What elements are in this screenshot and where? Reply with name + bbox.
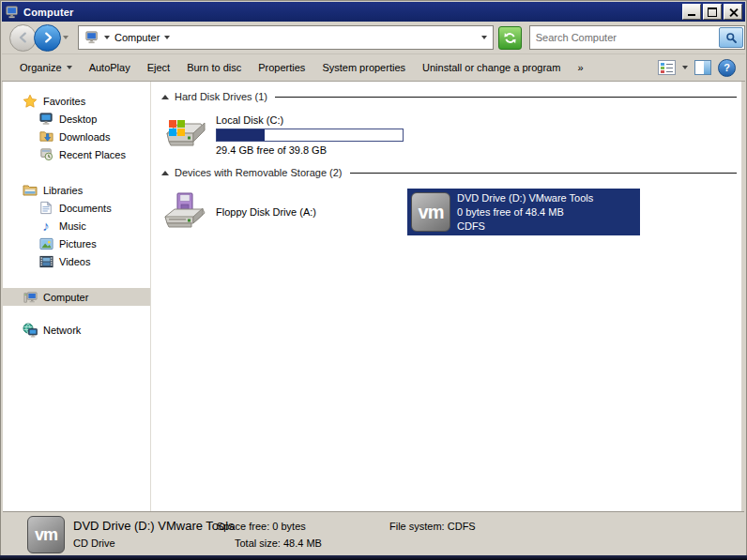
search-icon: [725, 32, 738, 44]
refresh-button[interactable]: [498, 26, 521, 50]
sidebar-label: Music: [59, 220, 86, 232]
sidebar-label: Libraries: [43, 185, 83, 196]
group-header-removable[interactable]: Devices with Removable Storage (2): [161, 167, 739, 178]
group-header-rule: [275, 97, 737, 98]
address-segment[interactable]: Computer: [114, 32, 160, 43]
preview-pane-icon[interactable]: [694, 60, 711, 75]
window-bottom-edge: [0, 555, 747, 560]
search-box[interactable]: [529, 25, 745, 50]
sidebar-label: Downloads: [59, 131, 110, 143]
eject-button[interactable]: Eject: [139, 59, 178, 76]
sidebar-label: Desktop: [59, 114, 97, 125]
search-input[interactable]: [530, 32, 719, 43]
workspace: Favorites Desktop Downloads Recent Place…: [3, 82, 741, 512]
star-icon: [23, 94, 38, 109]
sidebar-item-recent-places[interactable]: Recent Places: [3, 145, 150, 163]
maximize-button[interactable]: [703, 4, 722, 20]
music-icon: ♪: [38, 219, 53, 234]
change-view-caret-icon[interactable]: [682, 66, 688, 69]
recent-places-icon: [38, 147, 53, 162]
command-bar: Organize AutoPlay Eject Burn to disc Pro…: [2, 54, 745, 82]
details-pane: vm DVD Drive (D:) VMware Tools CD Drive …: [3, 511, 744, 555]
refresh-icon: [503, 31, 517, 45]
title-bar[interactable]: Computer: [2, 2, 745, 22]
drive-item-local-disk[interactable]: Local Disk (C:) 29.4 GB free of 39.8 GB: [161, 113, 739, 156]
details-title: DVD Drive (D:) VMware Tools: [73, 519, 235, 533]
sidebar-item-videos[interactable]: Videos: [3, 252, 150, 270]
forward-button[interactable]: [34, 24, 61, 52]
items-view[interactable]: Hard Disk Drives (1) Local Disk (C:) 29.…: [152, 82, 741, 512]
sidebar-item-documents[interactable]: Documents: [3, 199, 150, 217]
vmware-logo-icon: vm: [27, 516, 65, 553]
sidebar-label: Computer: [43, 292, 88, 303]
system-properties-button[interactable]: System properties: [313, 59, 414, 76]
sidebar-label: Pictures: [59, 238, 97, 250]
sidebar-item-favorites[interactable]: Favorites: [3, 92, 150, 110]
drive-free-space: 0 bytes free of 48.4 MB: [457, 205, 593, 219]
details-media-type: CD Drive: [73, 537, 115, 549]
close-button[interactable]: [724, 4, 742, 20]
videos-icon: [38, 254, 53, 269]
sidebar-label: Videos: [59, 256, 90, 267]
documents-icon: [38, 201, 53, 216]
help-icon[interactable]: ?: [718, 59, 736, 77]
maximize-icon: [708, 8, 717, 17]
libraries-icon: [23, 183, 38, 198]
group-header-hard-disks[interactable]: Hard Disk Drives (1): [161, 91, 739, 102]
burn-label: Burn to disc: [187, 62, 241, 73]
details-file-system: File system: CDFS: [389, 521, 476, 532]
downloads-icon: [38, 129, 53, 144]
minimize-button[interactable]: [682, 4, 701, 20]
drive-item-floppy[interactable]: Floppy Disk Drive (A:): [161, 189, 407, 235]
floppy-drive-icon: [161, 190, 208, 234]
change-view-icon[interactable]: [658, 60, 676, 75]
details-space-free: Space free: 0 bytes: [217, 521, 306, 532]
field-label: Total size:: [235, 537, 281, 549]
recent-pages-chevron-icon[interactable]: [63, 36, 69, 39]
window-computer-icon: [5, 5, 20, 20]
sidebar-item-network[interactable]: Network: [3, 321, 150, 339]
address-history-caret-icon[interactable]: [481, 36, 487, 39]
properties-label: Properties: [258, 62, 305, 73]
field-value: 48.4 MB: [283, 537, 322, 549]
address-root-caret-icon[interactable]: [104, 36, 110, 39]
field-label: Space free:: [217, 521, 269, 532]
organize-label: Organize: [20, 62, 62, 73]
sidebar-label: Network: [43, 325, 81, 336]
address-bar[interactable]: Computer: [78, 25, 494, 50]
drive-filesystem: CDFS: [457, 219, 593, 234]
network-icon: [23, 323, 38, 338]
autoplay-label: AutoPlay: [89, 62, 130, 73]
search-button[interactable]: [719, 27, 743, 48]
collapse-arrow-icon[interactable]: [161, 171, 169, 175]
uninstall-program-button[interactable]: Uninstall or change a program: [414, 59, 569, 76]
sidebar-label: Favorites: [43, 96, 85, 107]
sidebar-item-desktop[interactable]: Desktop: [3, 110, 150, 128]
back-button[interactable]: [9, 24, 37, 52]
navigation-bar: Computer: [2, 22, 745, 54]
drive-name: Floppy Disk Drive (A:): [216, 206, 316, 218]
collapse-arrow-icon[interactable]: [161, 95, 169, 99]
desktop-icon: [38, 112, 53, 127]
properties-button[interactable]: Properties: [250, 59, 313, 76]
sidebar-item-downloads[interactable]: Downloads: [3, 128, 150, 145]
organize-caret-icon: [67, 66, 72, 69]
overflow-chevron-icon: »: [577, 62, 583, 73]
computer-icon: [23, 290, 38, 305]
field-label: File system:: [389, 521, 445, 532]
drive-name: Local Disk (C:): [216, 114, 404, 126]
burn-to-disc-button[interactable]: Burn to disc: [178, 59, 250, 76]
drive-item-dvd-selected[interactable]: vm DVD Drive (D:) VMware Tools 0 bytes f…: [407, 189, 640, 235]
toolbar-overflow-button[interactable]: »: [569, 59, 591, 76]
field-value: CDFS: [448, 521, 476, 532]
sidebar-item-libraries[interactable]: Libraries: [3, 181, 150, 199]
close-icon: [729, 8, 738, 16]
sidebar-item-computer[interactable]: Computer: [3, 288, 150, 306]
sidebar-item-pictures[interactable]: Pictures: [3, 235, 150, 252]
autoplay-button[interactable]: AutoPlay: [81, 59, 139, 76]
explorer-window: { "window": { "title": "Computer" }, "ic…: [0, 0, 747, 560]
sidebar-item-music[interactable]: ♪ Music: [3, 217, 150, 235]
address-segment-caret-icon[interactable]: [164, 36, 170, 39]
organize-button[interactable]: Organize: [11, 59, 81, 76]
address-computer-icon: [84, 30, 99, 45]
